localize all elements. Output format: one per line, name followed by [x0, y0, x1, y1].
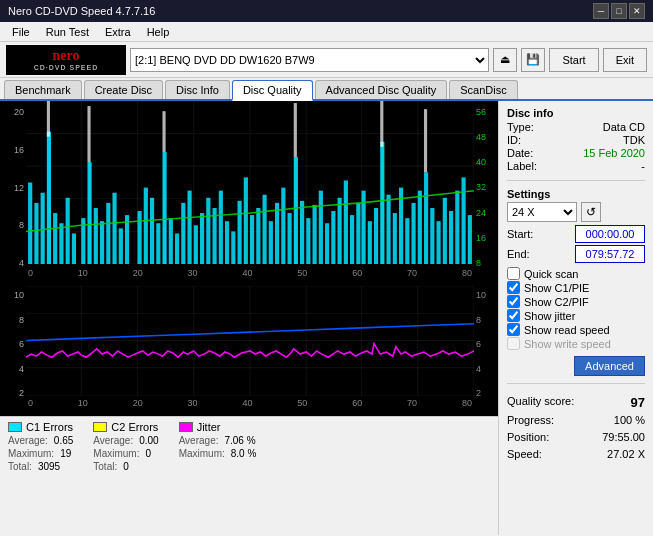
svg-rect-77 — [430, 208, 434, 264]
svg-rect-89 — [424, 109, 427, 172]
close-button[interactable]: ✕ — [629, 3, 645, 19]
quick-scan-checkbox[interactable] — [507, 267, 520, 280]
settings-section: Settings 24 X ↺ Start: End: Quick scan — [507, 188, 645, 376]
id-value: TDK — [623, 134, 645, 146]
svg-rect-26 — [106, 203, 110, 264]
svg-rect-67 — [368, 221, 372, 264]
show-write-speed-row: Show write speed — [507, 337, 645, 350]
show-c2pif-checkbox[interactable] — [507, 295, 520, 308]
show-c1pie-row: Show C1/PIE — [507, 281, 645, 294]
show-c2pif-label: Show C2/PIF — [524, 296, 589, 308]
bottom-chart-area: 0 10 20 30 40 50 60 70 80 — [26, 286, 474, 416]
svg-rect-52 — [275, 203, 279, 264]
svg-rect-68 — [374, 208, 378, 264]
start-button[interactable]: Start — [549, 48, 598, 72]
save-icon-button[interactable]: 💾 — [521, 48, 545, 72]
speed-select[interactable]: 24 X — [507, 202, 577, 222]
divider-2 — [507, 383, 645, 384]
menu-run-test[interactable]: Run Test — [38, 24, 97, 40]
c1-maximum-label: Maximum: — [8, 448, 54, 459]
progress-label: Progress: — [507, 414, 554, 426]
toolbar: nero CD·DVD SPEED [2:1] BENQ DVD DD DW16… — [0, 42, 653, 78]
svg-rect-54 — [288, 213, 292, 264]
c2-maximum-label: Maximum: — [93, 448, 139, 459]
main-content: 20 16 12 8 4 — [0, 101, 653, 535]
show-write-speed-checkbox[interactable] — [507, 337, 520, 350]
maximize-button[interactable]: □ — [611, 3, 627, 19]
show-c1pie-checkbox[interactable] — [507, 281, 520, 294]
tab-bar: Benchmark Create Disc Disc Info Disc Qua… — [0, 78, 653, 101]
tab-disc-info[interactable]: Disc Info — [165, 80, 230, 99]
refresh-button[interactable]: ↺ — [581, 202, 601, 222]
progress-value: 100 % — [614, 414, 645, 426]
show-jitter-checkbox[interactable] — [507, 309, 520, 322]
show-c2pif-row: Show C2/PIF — [507, 295, 645, 308]
svg-rect-41 — [206, 198, 210, 264]
bottom-chart-container: 10 8 6 4 2 — [0, 286, 498, 416]
svg-rect-20 — [66, 198, 70, 264]
svg-rect-62 — [338, 198, 342, 264]
svg-rect-66 — [361, 191, 365, 264]
tab-create-disc[interactable]: Create Disc — [84, 80, 163, 99]
svg-rect-63 — [344, 180, 348, 264]
svg-rect-43 — [219, 191, 223, 264]
menu-file[interactable]: File — [4, 24, 38, 40]
menu-help[interactable]: Help — [139, 24, 178, 40]
position-label: Position: — [507, 431, 549, 443]
disc-info-title: Disc info — [507, 107, 645, 119]
svg-rect-46 — [237, 201, 241, 264]
eject-icon-button[interactable]: ⏏ — [493, 48, 517, 72]
c1-label: C1 Errors — [26, 421, 73, 433]
position-row: Position: 79:55.00 — [507, 431, 645, 443]
svg-rect-14 — [28, 183, 32, 265]
tab-benchmark[interactable]: Benchmark — [4, 80, 82, 99]
type-value: Data CD — [603, 121, 645, 133]
svg-rect-71 — [393, 213, 397, 264]
svg-rect-65 — [356, 203, 360, 264]
end-time-input[interactable] — [575, 245, 645, 263]
chart-panel: 20 16 12 8 4 — [0, 101, 498, 535]
svg-rect-21 — [72, 233, 76, 264]
right-panel: Disc info Type: Data CD ID: TDK Date: 15… — [498, 101, 653, 535]
advanced-button[interactable]: Advanced — [574, 356, 645, 376]
tab-disc-quality[interactable]: Disc Quality — [232, 80, 313, 101]
tab-scan-disc[interactable]: ScanDisc — [449, 80, 517, 99]
minimize-button[interactable]: ─ — [593, 3, 609, 19]
top-chart-area: 0 10 20 30 40 50 60 70 80 — [26, 101, 474, 286]
legend-area: C1 Errors Average: 0.65 Maximum: 19 Tota… — [0, 416, 498, 506]
svg-rect-85 — [87, 106, 90, 162]
exit-button[interactable]: Exit — [603, 48, 647, 72]
drive-select[interactable]: [2:1] BENQ DVD DD DW1620 B7W9 — [130, 48, 489, 72]
app-logo: nero CD·DVD SPEED — [6, 45, 126, 75]
svg-rect-45 — [231, 231, 235, 264]
svg-rect-64 — [350, 215, 354, 264]
svg-rect-33 — [156, 223, 160, 264]
svg-rect-28 — [119, 228, 123, 264]
settings-title: Settings — [507, 188, 645, 200]
svg-rect-23 — [87, 162, 91, 264]
show-read-speed-row: Show read speed — [507, 323, 645, 336]
speed-label-bottom: Speed: — [507, 448, 542, 460]
menu-extra[interactable]: Extra — [97, 24, 139, 40]
show-read-speed-checkbox[interactable] — [507, 323, 520, 336]
svg-rect-76 — [424, 172, 428, 264]
c2-average-label: Average: — [93, 435, 133, 446]
start-time-input[interactable] — [575, 225, 645, 243]
title-bar: Nero CD-DVD Speed 4.7.7.16 ─ □ ✕ — [0, 0, 653, 22]
svg-rect-30 — [137, 211, 141, 264]
c2-color-swatch — [93, 422, 107, 432]
window-title: Nero CD-DVD Speed 4.7.7.16 — [8, 5, 155, 17]
show-jitter-row: Show jitter — [507, 309, 645, 322]
svg-rect-69 — [380, 142, 384, 264]
svg-rect-56 — [300, 201, 304, 264]
window-controls: ─ □ ✕ — [593, 3, 645, 19]
svg-rect-80 — [449, 211, 453, 264]
speed-row: 24 X ↺ — [507, 202, 645, 222]
svg-rect-19 — [59, 223, 63, 264]
position-value: 79:55.00 — [602, 431, 645, 443]
tab-advanced-disc-quality[interactable]: Advanced Disc Quality — [315, 80, 448, 99]
label-label: Label: — [507, 160, 537, 172]
show-read-speed-label: Show read speed — [524, 324, 610, 336]
start-time-label: Start: — [507, 228, 533, 240]
end-time-label: End: — [507, 248, 530, 260]
